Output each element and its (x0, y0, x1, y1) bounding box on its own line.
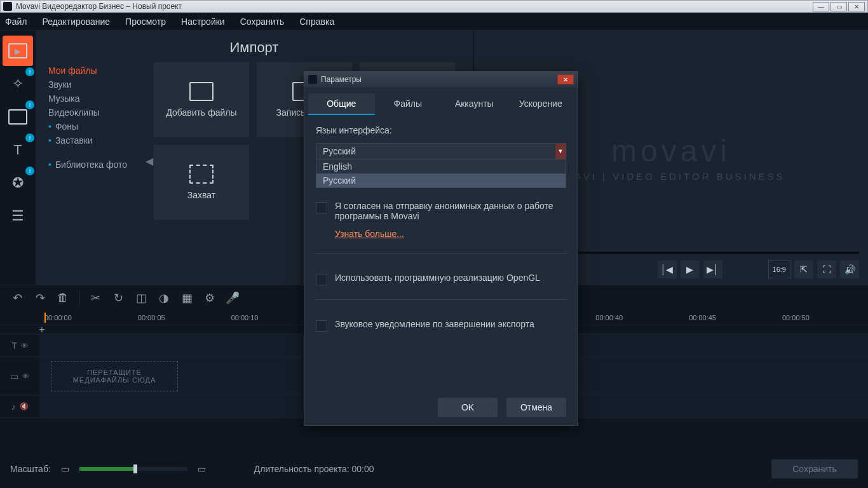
cat-backgrounds[interactable]: Фоны (48, 119, 145, 133)
dropzone-text: МЕДИАФАЙЛЫ СЮДА (73, 376, 156, 384)
menu-bar: Файл Редактирование Просмотр Настройки С… (0, 13, 868, 30)
tool-more[interactable]: ☰ (3, 201, 33, 231)
track-titles[interactable]: T👁 (0, 334, 39, 357)
tile-label: Захват (187, 190, 215, 200)
export-button[interactable]: Сохранить (771, 459, 858, 478)
menu-file[interactable]: Файл (5, 17, 27, 27)
track-row-audio[interactable] (39, 395, 868, 418)
skip-back-button[interactable]: │◀ (658, 261, 677, 278)
badge-icon: ! (25, 100, 34, 109)
media-dropzone[interactable]: ПЕРЕТАЩИТЕ МЕДИАФАЙЛЫ СЮДА (51, 361, 178, 391)
time-mark: 00:00:00 (44, 314, 72, 322)
cat-my-files[interactable]: Мои файлы (48, 64, 145, 78)
minimize-button[interactable]: — (813, 2, 829, 11)
tile-label: Запись видео (276, 107, 333, 118)
status-bar: Масштаб: ▭ ▭ Длительность проекта: 00:00… (0, 456, 868, 482)
transform-button[interactable]: ▦ (176, 288, 198, 308)
tile-record-video[interactable]: Запись видео (257, 62, 352, 137)
dropzone-text: ПЕРЕТАЩИТЕ (87, 369, 142, 376)
menu-edit[interactable]: Редактирование (42, 17, 110, 27)
tool-import[interactable]: ▶ (3, 36, 33, 66)
cat-sounds[interactable]: Звуки (48, 78, 145, 92)
add-track-button[interactable]: + (36, 325, 48, 334)
tool-filters[interactable]: ✧! (3, 69, 33, 99)
brand-subtitle: OVAVI | VIDEO EDITOR BUSINESS (557, 171, 785, 182)
skip-fwd-button[interactable]: ▶│ (703, 261, 722, 278)
clip-props-button[interactable]: ⚙ (199, 288, 220, 308)
play-button[interactable]: ▶ (681, 261, 700, 278)
crop-button[interactable]: ◫ (130, 288, 152, 308)
track-row-video[interactable]: ПЕРЕТАЩИТЕ МЕДИАФАЙЛЫ СЮДА (39, 357, 868, 395)
redo-button[interactable]: ↷ (29, 288, 51, 308)
rotate-button[interactable]: ↻ (107, 288, 129, 308)
zoom-label: Масштаб: (10, 464, 51, 474)
time-mark: 00:00:40 (595, 314, 623, 322)
aspect-ratio-button[interactable]: 16:9 (768, 261, 790, 278)
menu-settings[interactable]: Настройки (181, 17, 225, 27)
zoom-in-icon[interactable]: ▭ (198, 464, 206, 474)
cat-photo-library[interactable]: Библиотека фото (48, 158, 145, 172)
preview-panel: movavi OVAVI | VIDEO EDITOR BUSINESS 00:… (474, 30, 868, 285)
zoom-slider[interactable] (79, 467, 187, 471)
cat-music[interactable]: Музыка (48, 92, 145, 105)
badge-icon: ! (25, 166, 34, 175)
record-vo-button[interactable]: 🎤 (222, 288, 243, 308)
text-track-icon: T (11, 341, 17, 351)
cat-intros[interactable]: Заставки (48, 133, 145, 147)
tile-add-folder[interactable]: Добавить папку (360, 62, 455, 137)
track-audio[interactable]: ♪🔇 (0, 395, 39, 418)
tile-capture[interactable]: Захват (154, 145, 249, 220)
cat-videoclips[interactable]: Видеоклипы (48, 105, 145, 119)
import-tiles: Добавить файлы Запись видео Добавить пап… (154, 62, 465, 285)
playhead[interactable] (44, 313, 46, 323)
duration-label: Длительность проекта: 00:00 (254, 464, 374, 474)
list-icon: ☰ (11, 208, 24, 224)
time-mark: 00:00:05 (138, 314, 165, 322)
star-icon: ✪ (12, 175, 24, 191)
time-mark: 00:00:10 (231, 314, 259, 322)
detach-icon[interactable]: ⇱ (794, 261, 813, 278)
window-title: Movavi Видеоредактор Бизнес – Новый прое… (16, 2, 813, 11)
cut-button[interactable]: ✂ (85, 288, 106, 308)
edit-toolbar: ↶ ↷ 🗑 ✂ ↻ ◫ ◑ ▦ ⚙ 🎤 (0, 285, 868, 310)
maximize-button[interactable]: ▭ (831, 2, 847, 11)
fullscreen-icon[interactable]: ⛶ (817, 261, 836, 278)
eye-icon[interactable]: 👁 (21, 342, 28, 349)
tool-transitions[interactable]: ! (3, 102, 33, 132)
add-track-row: + (0, 325, 868, 334)
mute-icon[interactable]: 🔇 (20, 402, 29, 410)
files-icon (189, 82, 214, 101)
menu-view[interactable]: Просмотр (125, 17, 166, 27)
tool-titles[interactable]: T! (3, 135, 33, 165)
close-button[interactable]: ✕ (848, 2, 865, 11)
zoom-out-icon[interactable]: ▭ (61, 464, 69, 474)
tool-stickers[interactable]: ✪! (3, 168, 33, 198)
brand-logo: movavi (557, 133, 785, 168)
text-icon: T (13, 142, 22, 158)
timeline: 00:00:00 00:00:05 00:00:10 00:00:15 00:0… (0, 310, 868, 418)
track-row-titles[interactable] (39, 334, 868, 357)
audio-track-icon: ♪ (11, 402, 16, 412)
tile-add-files[interactable]: Добавить файлы (154, 62, 249, 137)
tile-label: Добавить файлы (166, 107, 236, 118)
seek-bar[interactable] (483, 252, 859, 254)
import-icon: ▶ (8, 43, 27, 58)
color-button[interactable]: ◑ (153, 288, 175, 308)
track-headers: T👁 ▭👁 ♪🔇 (0, 334, 39, 418)
track-video[interactable]: ▭👁 (0, 357, 39, 395)
menu-save[interactable]: Сохранить (240, 17, 285, 27)
panel-title: Импорт (36, 30, 473, 62)
tool-sidebar: ▶ ✧! ! T! ✪! ☰ (0, 30, 36, 285)
video-track-icon: ▭ (10, 371, 18, 381)
collapse-button[interactable]: ◀ (145, 50, 154, 272)
app-icon (3, 2, 12, 11)
undo-button[interactable]: ↶ (6, 288, 28, 308)
eye-icon[interactable]: 👁 (22, 372, 29, 380)
camera-icon (292, 82, 316, 101)
preview-time: 00:00:00 (483, 265, 515, 274)
time-ruler[interactable]: 00:00:00 00:00:05 00:00:10 00:00:15 00:0… (0, 310, 868, 325)
tile-label: Добавить папку (375, 107, 440, 118)
menu-help[interactable]: Справка (299, 17, 334, 27)
volume-icon[interactable]: 🔊 (840, 261, 859, 278)
delete-button[interactable]: 🗑 (52, 288, 74, 308)
